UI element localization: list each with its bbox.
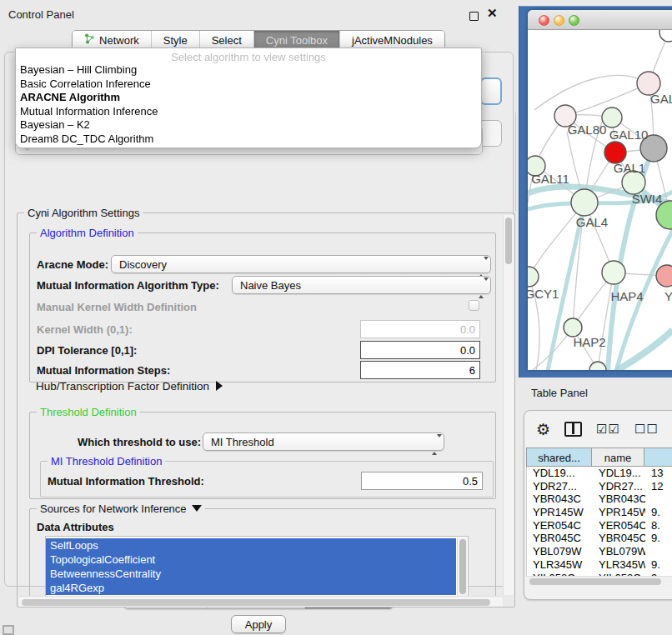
value-cell[interactable]: 12: [645, 480, 672, 493]
data-attributes-list[interactable]: SelfLoopsTopologicalCoefficientBetweenne…: [45, 536, 469, 598]
algorithm-option-bayesian-hill-climbing[interactable]: Bayesian – Hill Climbing: [16, 63, 481, 78]
settings-hscroll-thumb[interactable]: [22, 599, 490, 606]
table-row[interactable]: YBL079WYBL079W: [527, 545, 672, 558]
shared-name-cell[interactable]: YLR345W: [527, 558, 593, 572]
manual-kernel-width-checkbox[interactable]: [469, 300, 479, 311]
name-cell[interactable]: YBR043C: [593, 492, 645, 506]
expanded-arrow-icon[interactable]: [192, 505, 202, 512]
value-cell[interactable]: 8.: [645, 519, 672, 532]
kernel-width-field[interactable]: 0.0: [360, 320, 480, 338]
zoom-traffic-light[interactable]: [569, 15, 579, 26]
table-row[interactable]: YBR045CYBR045C9.: [527, 532, 672, 545]
node-label-y: Y: [664, 289, 672, 303]
hub-definition-toggle[interactable]: Hub/Transcription Factor Definition: [36, 380, 223, 392]
split-columns-icon[interactable]: [564, 422, 582, 437]
settings-vertical-scrollbar[interactable]: [503, 215, 514, 595]
name-cell[interactable]: YBR045C: [593, 532, 645, 545]
attr-items: SelfLoopsTopologicalCoefficientBetweenne…: [46, 538, 456, 595]
attribute-topologicalcoefficient[interactable]: TopologicalCoefficient: [46, 552, 456, 567]
name-cell[interactable]: YLR345W: [593, 558, 645, 572]
float-panel-icon[interactable]: [469, 12, 479, 21]
name-cell[interactable]: YPR145W: [593, 506, 645, 519]
mi-algorithm-type-combo[interactable]: Naive Bayes: [232, 276, 491, 294]
tab-select[interactable]: Select: [199, 31, 253, 49]
tab-style[interactable]: Style: [151, 31, 199, 49]
algorithm-option-dream8-dc-tdc-algorithm[interactable]: Dream8 DC_TDC Algorithm: [16, 132, 481, 147]
mi-steps-field[interactable]: 6: [360, 361, 480, 379]
tab-jactivemnodules[interactable]: jActiveMNodules: [339, 31, 444, 49]
network-node[interactable]: [528, 267, 539, 287]
network-node[interactable]: [659, 30, 672, 42]
value-cell[interactable]: 13: [645, 467, 672, 480]
attribute-gal4rgexp[interactable]: gal4RGexp: [46, 581, 456, 595]
value-cell[interactable]: 9.: [645, 506, 672, 519]
network-canvas[interactable]: GALGAL80GAL10GAL1SWI4GAL11GAL4GCY1HAP4YH…: [528, 30, 672, 370]
node-label-gal1: GAL1: [614, 161, 645, 175]
table-row[interactable]: YDL19...YDL19...13: [527, 467, 672, 480]
algorithm-option-basic-correlation-inference[interactable]: Basic Correlation Inference: [16, 78, 481, 92]
algorithm-option-mutual-information-inference[interactable]: Mutual Information Inference: [16, 105, 481, 119]
shared-name-cell[interactable]: YER054C: [527, 519, 593, 532]
network-node[interactable]: [656, 265, 672, 287]
shared-name-cell[interactable]: YBL079W: [527, 545, 593, 558]
aracne-mode-combo[interactable]: Discovery: [111, 255, 491, 273]
select-all-checkboxes-icon[interactable]: ☑☑: [596, 422, 620, 437]
value-cell[interactable]: 9.: [645, 558, 672, 572]
list-scrollbar-thumb[interactable]: [459, 539, 466, 594]
tab-network[interactable]: Network: [73, 31, 151, 49]
dpi-tolerance-field[interactable]: 0.0: [360, 341, 480, 359]
settings-horizontal-scrollbar[interactable]: [19, 596, 503, 607]
network-edge[interactable]: [616, 330, 672, 370]
attribute-betweennesscentrality[interactable]: BetweennessCentrality: [46, 567, 456, 581]
table-row[interactable]: YBR043CYBR043C: [527, 492, 672, 506]
network-window-titlebar[interactable]: [528, 10, 672, 30]
value-cell[interactable]: [645, 492, 672, 506]
algorithm-option-bayesian-k2[interactable]: Bayesian – K2: [16, 118, 481, 132]
network-node[interactable]: [571, 189, 598, 216]
table-row[interactable]: YER054CYER054C8.: [527, 519, 672, 532]
apply-button[interactable]: Apply: [231, 615, 286, 633]
algorithm-option-aracne-algorithm[interactable]: ARACNE Algorithm: [16, 91, 481, 105]
algorithm-combo-focused-edge[interactable]: [480, 78, 502, 105]
table-horizontal-scrollbar[interactable]: [526, 576, 672, 586]
list-scrollbar[interactable]: [457, 538, 467, 598]
algorithm-definition-group: Algorithm Definition Aracne Mode: Discov…: [29, 232, 496, 382]
value-cell[interactable]: [645, 545, 672, 558]
network-edge[interactable]: [534, 75, 649, 110]
network-node[interactable]: [602, 261, 625, 284]
name-cell[interactable]: YER054C: [593, 519, 645, 532]
value-cell[interactable]: 9.: [645, 532, 672, 545]
data-attributes-label: Data Attributes: [37, 521, 114, 533]
shared-name-cell[interactable]: YBR043C: [527, 492, 593, 506]
which-threshold-combo[interactable]: MI Threshold: [203, 432, 444, 451]
attribute-selfloops[interactable]: SelfLoops: [46, 538, 456, 552]
table-hscroll-thumb[interactable]: [529, 578, 661, 585]
column-header-name[interactable]: name: [592, 448, 644, 467]
mi-threshold-field[interactable]: 0.5: [361, 472, 483, 490]
close-traffic-light[interactable]: [539, 15, 549, 26]
table-row[interactable]: YLR345WYLR345W9.: [527, 558, 672, 572]
shared-name-cell[interactable]: YDR27...: [527, 480, 593, 493]
gear-icon[interactable]: ⚙: [536, 420, 550, 438]
table-row[interactable]: YDR27...YDR27...12: [527, 480, 672, 493]
table-header-row: shared...nameA: [526, 448, 672, 467]
collapsed-arrow-icon[interactable]: [216, 381, 223, 391]
tab-cyni-toolbox[interactable]: Cyni Toolbox: [253, 31, 339, 49]
column-header-shared[interactable]: shared...: [526, 448, 592, 467]
settings-vscroll-thumb[interactable]: [505, 218, 512, 264]
deselect-all-checkboxes-icon[interactable]: ☐☐: [634, 422, 659, 437]
table-row[interactable]: YPR145WYPR145W9.: [527, 506, 672, 519]
shared-name-cell[interactable]: YPR145W: [527, 506, 593, 519]
name-cell[interactable]: YDR27...: [593, 480, 645, 493]
shared-name-cell[interactable]: YDL19...: [527, 467, 593, 480]
column-header-a[interactable]: A: [644, 448, 672, 467]
shared-name-cell[interactable]: YBR045C: [527, 532, 593, 545]
minimize-traffic-light[interactable]: [554, 15, 564, 26]
name-cell[interactable]: YBL079W: [593, 545, 645, 558]
close-panel-icon[interactable]: ✕: [487, 6, 498, 21]
collapsed-panel-handle[interactable]: [3, 625, 14, 635]
network-node[interactable]: [564, 318, 582, 337]
name-cell[interactable]: YDL19...: [593, 467, 645, 480]
network-node[interactable]: [589, 362, 606, 370]
table-panel-title: Table Panel: [531, 387, 588, 399]
